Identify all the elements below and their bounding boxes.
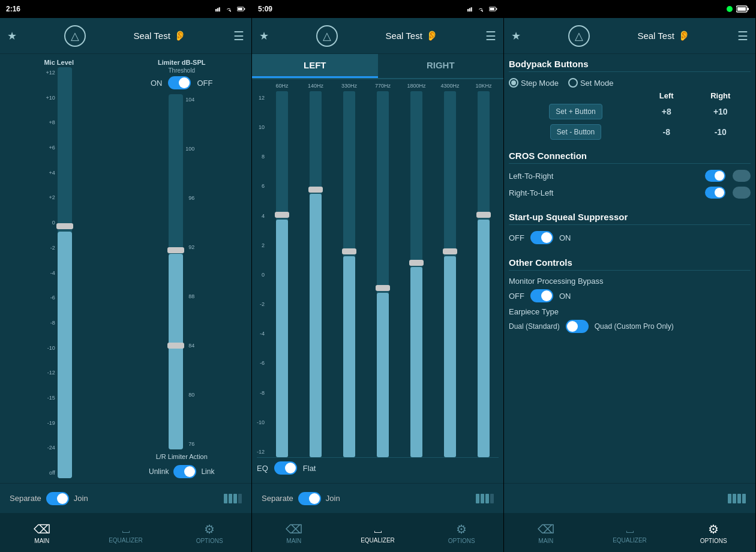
- freq-1800hz: 1800Hz: [407, 83, 426, 89]
- nav-options-label-1: OPTIONS: [196, 538, 223, 544]
- svg-point-3: [230, 10, 231, 11]
- eq-track-330hz[interactable]: [343, 91, 355, 457]
- squeal-title: Start-up Squeal Suppressor: [509, 212, 751, 225]
- mic-level-label: Mic Level: [44, 59, 74, 66]
- options-nav-icon-1: ⚙: [204, 522, 215, 536]
- freq-770hz: 770Hz: [375, 83, 391, 89]
- nav-options-3[interactable]: ⚙ OPTIONS: [671, 517, 755, 549]
- step-mode-radio[interactable]: Step Mode: [509, 78, 559, 88]
- eq-track-1800hz[interactable]: [410, 91, 422, 457]
- svg-rect-1: [217, 8, 218, 12]
- eq-bottom: EQ Flat: [257, 457, 499, 478]
- nav-options-label-2: OPTIONS: [448, 538, 475, 544]
- freq-4300hz: 4300Hz: [441, 83, 460, 89]
- earpiece-type-label: Earpiece Type: [509, 307, 751, 316]
- limiter-col: Limiter dB-SPL Threshold ON OFF 104: [116, 59, 247, 478]
- eq-track-60hz[interactable]: [276, 91, 288, 457]
- bodypack-radio: Step Mode Set Mode: [509, 78, 751, 88]
- freq-330hz: 330Hz: [341, 83, 357, 89]
- nav-main-label-2: MAIN: [286, 538, 301, 544]
- limiter-sublabel: Threshold: [168, 67, 194, 74]
- cros-ltr-label: Left-To-Right: [509, 172, 698, 181]
- bodypack-title: Bodypack Buttons: [509, 59, 751, 72]
- eq-toggle[interactable]: [274, 461, 297, 475]
- menu-icon-3[interactable]: ☰: [737, 29, 748, 43]
- status-bar-1: 2:16: [0, 0, 251, 18]
- squeal-on-label: ON: [559, 233, 571, 242]
- svg-rect-6: [244, 8, 245, 10]
- limiter-scale: 104 100 96 92 88 84 80 76: [185, 94, 194, 449]
- tab-left[interactable]: LEFT: [252, 54, 378, 78]
- menu-icon-2[interactable]: ☰: [485, 29, 496, 43]
- mic-level-col: Mic Level +12 +10 +8 +6 +4 +2 0 -2 -4 -6…: [5, 59, 113, 478]
- set-plus-button[interactable]: Set + Button: [549, 104, 602, 119]
- bluetooth-icon-3: ★: [511, 29, 521, 43]
- unlink-label: Unlink: [149, 467, 169, 476]
- signal-icon: [215, 6, 224, 12]
- limiter-toggle[interactable]: [168, 76, 191, 89]
- panel-equalizer: 5:09 ★ △ Seal Test 👂 ☰ LEFT RIGHT 12 10 …: [252, 0, 504, 552]
- monitor-toggle[interactable]: [530, 289, 553, 302]
- nav-main-3[interactable]: ⌫ MAIN: [504, 517, 588, 549]
- header-icons-3: ☰: [737, 29, 748, 43]
- set-minus-button[interactable]: Set - Button: [550, 124, 601, 140]
- nav-options-label-3: OPTIONS: [700, 538, 727, 544]
- logo-1: △: [64, 25, 86, 47]
- nav-options-1[interactable]: ⚙ OPTIONS: [167, 517, 251, 549]
- step-mode-label: Step Mode: [521, 79, 559, 88]
- eq-band-330hz: 330Hz: [334, 83, 364, 457]
- nav-main-2[interactable]: ⌫ MAIN: [252, 517, 336, 549]
- other-controls-title: Other Controls: [509, 257, 751, 271]
- cros-rtl-track: [733, 187, 751, 199]
- nav-options-2[interactable]: ⚙ OPTIONS: [419, 517, 503, 549]
- status-bar-3: [504, 0, 755, 18]
- eq-band-4300hz: 4300Hz: [435, 83, 465, 457]
- eq-nav-icon-3: ⎵: [626, 522, 634, 536]
- col-left: Left: [643, 90, 691, 101]
- link-toggle[interactable]: [173, 465, 196, 478]
- time-1: 2:16: [6, 5, 20, 13]
- cros-ltr-toggle[interactable]: [705, 170, 725, 182]
- eq-track-140hz[interactable]: [310, 91, 322, 457]
- svg-rect-0: [215, 9, 217, 11]
- monitor-on-label: ON: [559, 292, 571, 301]
- earpiece-toggle[interactable]: [566, 320, 589, 333]
- limiter-track[interactable]: [169, 94, 183, 449]
- sep-join-toggle-2[interactable]: [298, 492, 321, 505]
- freq-140hz: 140Hz: [308, 83, 323, 89]
- set-mode-circle[interactable]: [568, 78, 578, 88]
- eq-track-770hz[interactable]: [377, 91, 389, 457]
- set-mode-label: Set Mode: [580, 79, 614, 88]
- sep-join-1: Separate Join: [10, 492, 88, 505]
- eq-track-10khz[interactable]: [478, 91, 490, 457]
- limiter-on-label: ON: [151, 79, 163, 88]
- nav-3: ⌫ MAIN ⎵ EQUALIZER ⚙ OPTIONS: [504, 513, 755, 552]
- nav-eq-3[interactable]: ⎵ EQUALIZER: [588, 517, 672, 548]
- step-mode-circle[interactable]: [509, 78, 518, 88]
- eq-bands: 60Hz 140Hz 330Hz: [267, 83, 499, 457]
- nav-main-1[interactable]: ⌫ MAIN: [0, 517, 84, 549]
- nav-eq-1[interactable]: ⎵ EQUALIZER: [84, 517, 168, 548]
- svg-rect-15: [737, 7, 746, 11]
- charging-icon: [727, 6, 733, 12]
- mic-track[interactable]: [58, 67, 72, 478]
- menu-icon-1[interactable]: ☰: [233, 29, 244, 43]
- sep-join-toggle-1[interactable]: [46, 492, 69, 505]
- set-mode-radio[interactable]: Set Mode: [568, 78, 614, 88]
- logo-3: △: [568, 25, 590, 47]
- hearing-icon-3: 👂: [678, 30, 690, 41]
- nav-eq-2[interactable]: ⎵ EQUALIZER: [336, 517, 420, 548]
- cros-rtl-toggle[interactable]: [705, 187, 725, 199]
- quad-label: Quad (Custom Pro Only): [595, 322, 674, 331]
- cros-rtl-label: Right-To-Left: [509, 188, 698, 197]
- cros-section: CROS Connection Left-To-Right Right-To-L…: [509, 151, 751, 203]
- eq-track-4300hz[interactable]: [444, 91, 456, 457]
- cros-ltr-row: Left-To-Right: [509, 170, 751, 182]
- title-text-1: Seal Test: [133, 31, 170, 41]
- options-nav-icon-3: ⚙: [708, 522, 719, 536]
- tab-right[interactable]: RIGHT: [378, 54, 504, 78]
- header-2: ★ △ Seal Test 👂 ☰: [252, 18, 503, 54]
- monitor-off-label: OFF: [509, 292, 524, 301]
- squeal-toggle[interactable]: [530, 231, 553, 244]
- svg-point-10: [482, 10, 483, 11]
